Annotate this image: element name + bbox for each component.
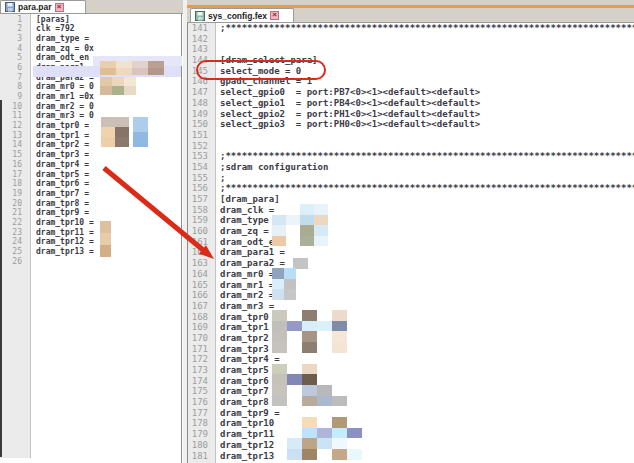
code-line[interactable]: 10dram_mr2 = 0 — [0, 102, 181, 112]
code-line[interactable]: 17dram_tpr5 = — [0, 170, 181, 180]
code-line[interactable]: 22dram_tpr10 = — [0, 218, 181, 228]
code-text: dram_tpr2 = — [213, 333, 280, 343]
code-line[interactable]: 153;************************************… — [188, 151, 634, 162]
code-text: select_gpio2 = port:PH1<0><1><default><d… — [213, 109, 480, 119]
editor-window: para.par × sys_config.fex × 1[paras]2clk… — [0, 0, 634, 463]
code-line[interactable]: 165dram_mr1 = — [188, 280, 634, 291]
code-line[interactable]: 150select_gpio3 = port:PH0<0><1><default… — [188, 119, 634, 130]
code-text: dram_tpr10 = — [26, 218, 94, 227]
code-line[interactable]: 9dram_mr1 =0x — [0, 92, 181, 102]
code-line[interactable]: 146gpadc_channel = 1 — [188, 76, 634, 87]
line-number: 19 — [0, 189, 26, 199]
code-line[interactable]: 172dram_tpr4 = — [188, 354, 634, 365]
code-line[interactable]: 23dram_tpr11 = — [0, 228, 181, 238]
tab-para-par[interactable]: para.par × — [0, 0, 86, 13]
code-text: dram_mr3 = 0 — [26, 111, 94, 120]
line-number: 17 — [0, 170, 26, 180]
code-line[interactable]: 158dram_clk = — [188, 205, 634, 216]
code-line[interactable]: 166dram_mr2 = — [188, 290, 634, 301]
tab-sys-config-fex[interactable]: sys_config.fex × — [190, 8, 294, 22]
code-line[interactable]: 167dram_mr3 = — [188, 301, 634, 312]
code-line[interactable]: 149select_gpio2 = port:PH1<0><1><default… — [188, 109, 634, 120]
code-text: dram_para2 = — [26, 73, 94, 82]
code-line[interactable]: 19dram_tpr7 = — [0, 189, 181, 199]
code-line[interactable]: 175dram_tpr7 = — [188, 386, 634, 397]
code-line[interactable]: 169dram_tpr1 = — [188, 322, 634, 333]
tab-label: sys_config.fex — [208, 11, 267, 21]
code-text: ;sdram configuration — [213, 162, 328, 172]
code-line[interactable]: 13dram_tpr1 = — [0, 131, 181, 141]
code-line[interactable]: 11dram_mr3 = 0 — [0, 111, 181, 121]
code-line[interactable]: 151 — [188, 130, 634, 141]
code-line[interactable]: 3dram_type = — [0, 34, 181, 44]
code-line[interactable]: 179dram_tpr11 — [188, 429, 634, 440]
line-number: 24 — [0, 237, 26, 247]
code-line[interactable]: 12dram_tpr0 = — [0, 121, 181, 131]
code-line[interactable]: 170dram_tpr2 = — [188, 333, 634, 344]
code-line[interactable]: 161dram_odt_en — [188, 237, 634, 248]
code-line[interactable]: 181dram_tpr13 — [188, 451, 634, 462]
close-icon[interactable]: × — [55, 3, 64, 12]
line-number: 144 — [188, 55, 213, 66]
code-line[interactable]: 154;sdram configuration — [188, 162, 634, 173]
code-text: ;***************************************… — [213, 151, 634, 161]
code-line[interactable]: 147select_gpio0 = port:PB7<0><1><default… — [188, 87, 634, 98]
code-line[interactable]: 178dram_tpr10 — [188, 418, 634, 429]
code-line[interactable]: 168dram_tpr0 = — [188, 312, 634, 323]
code-line[interactable]: 159dram_type = — [188, 215, 634, 226]
code-line[interactable]: 25dram_tpr13 = — [0, 247, 181, 257]
tab-label: para.par — [18, 2, 52, 12]
code-line[interactable]: 24dram_tpr12 = — [0, 237, 181, 247]
code-line[interactable]: 1[paras] — [0, 15, 181, 25]
code-line[interactable]: 174dram_tpr6 = — [188, 376, 634, 387]
code-line[interactable]: 152 — [188, 141, 634, 152]
code-line[interactable]: 26 — [0, 257, 181, 267]
code-line[interactable]: 173dram_tpr5 = — [188, 365, 634, 376]
code-line[interactable]: 21dram_tpr9 = — [0, 208, 181, 218]
code-line[interactable]: 8dram_mr0 = 0 — [0, 82, 181, 92]
code-text: dram_tpr8 = — [26, 199, 89, 208]
line-number: 7 — [0, 73, 26, 83]
code-line[interactable]: 2clk =792 — [0, 24, 181, 34]
code-line[interactable]: 6dram_para1 = — [0, 63, 181, 73]
code-line[interactable]: 20dram_tpr8 = — [0, 199, 181, 209]
code-line[interactable]: 171dram_tpr3 = — [188, 344, 634, 355]
code-text: dram_clk = — [213, 205, 280, 215]
code-line[interactable]: 162dram_para1 = — [188, 247, 634, 258]
code-text: dram_mr0 = — [213, 269, 280, 279]
code-line[interactable]: 14dram_tpr2 = — [0, 140, 181, 150]
line-number: 145 — [188, 66, 213, 77]
code-line[interactable]: 15dram_tpr3 = — [0, 150, 181, 160]
code-line[interactable]: 145select_mode = 0 — [188, 66, 634, 77]
code-line[interactable]: 177dram_tpr9 = — [188, 408, 634, 419]
code-line[interactable]: 180dram_tpr12 — [188, 440, 634, 451]
code-line[interactable]: 143 — [188, 44, 634, 55]
code-line[interactable]: 176dram_tpr8 = — [188, 397, 634, 408]
code-line[interactable]: 16dram_tpr4 = — [0, 160, 181, 170]
close-icon[interactable]: × — [270, 11, 279, 20]
code-text: dram_tpr5 = — [26, 170, 89, 179]
code-line[interactable]: 156;************************************… — [188, 183, 634, 194]
code-line[interactable]: 164dram_mr0 = — [188, 269, 634, 280]
line-number: 170 — [188, 333, 213, 344]
left-editor-pane[interactable]: 1[paras]2clk =7923dram_type = 4dram_zq =… — [0, 14, 182, 463]
code-line[interactable]: 18dram_tpr6 = — [0, 179, 181, 189]
code-line[interactable]: 163dram_para2 = — [188, 258, 634, 269]
code-text: dram_para2 = — [213, 258, 285, 268]
code-line[interactable]: 160dram_zq = 0 — [188, 226, 634, 237]
code-line[interactable]: 141;************************************… — [188, 23, 634, 34]
right-editor-pane[interactable]: 141;************************************… — [187, 23, 634, 463]
code-line[interactable]: 148select_gpio1 = port:PB4<0><1><default… — [188, 98, 634, 109]
code-line[interactable]: 7dram_para2 = — [0, 73, 181, 83]
code-text: dram_odt_en — [26, 53, 89, 62]
code-line[interactable]: 4dram_zq = 0x — [0, 44, 181, 54]
code-line[interactable]: 144[dram_select_para] — [188, 55, 634, 66]
line-number: 6 — [0, 63, 26, 73]
code-line[interactable]: 157[dram_para] — [188, 194, 634, 205]
code-line[interactable]: 155; — [188, 173, 634, 184]
code-text: dram_tpr3 = — [213, 344, 280, 354]
code-line[interactable]: 5dram_odt_en — [0, 53, 181, 63]
code-line[interactable]: 142 — [188, 34, 634, 45]
line-number: 13 — [0, 131, 26, 141]
code-text: dram_tpr6 = — [213, 376, 280, 386]
